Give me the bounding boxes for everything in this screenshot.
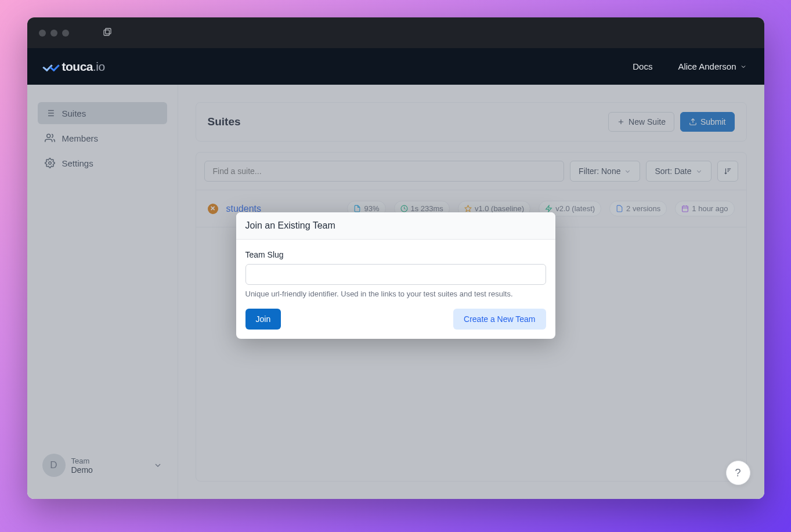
team-slug-label: Team Slug [245, 250, 546, 259]
content-area: Suites Members Settings D Team Demo [27, 85, 764, 499]
app-header: touca.io Docs Alice Anderson [27, 48, 764, 85]
logo[interactable]: touca.io [45, 60, 105, 74]
chevron-down-icon [740, 63, 747, 70]
team-slug-input[interactable] [245, 264, 546, 285]
join-team-modal: Join an Existing Team Team Slug Unique u… [236, 212, 555, 339]
user-name: Alice Anderson [678, 61, 736, 71]
create-team-button[interactable]: Create a New Team [453, 309, 546, 330]
brand-name: touca [62, 60, 93, 73]
maximize-window-button[interactable] [62, 30, 69, 37]
join-button[interactable]: Join [245, 309, 281, 330]
brand-tld: .io [93, 60, 105, 73]
window-stack-icon[interactable] [103, 27, 112, 39]
help-button[interactable]: ? [726, 461, 750, 485]
modal-overlay[interactable]: Join an Existing Team Team Slug Unique u… [27, 85, 764, 499]
window-titlebar [27, 17, 764, 48]
svg-rect-0 [105, 28, 110, 34]
svg-rect-1 [104, 30, 109, 35]
close-window-button[interactable] [39, 30, 46, 37]
minimize-window-button[interactable] [50, 30, 57, 37]
modal-title: Join an Existing Team [236, 212, 555, 240]
user-menu[interactable]: Alice Anderson [678, 61, 746, 71]
app-window: touca.io Docs Alice Anderson Suites Memb… [27, 17, 764, 499]
team-slug-help: Unique url-friendly identifier. Used in … [245, 289, 546, 298]
docs-link[interactable]: Docs [633, 61, 652, 71]
